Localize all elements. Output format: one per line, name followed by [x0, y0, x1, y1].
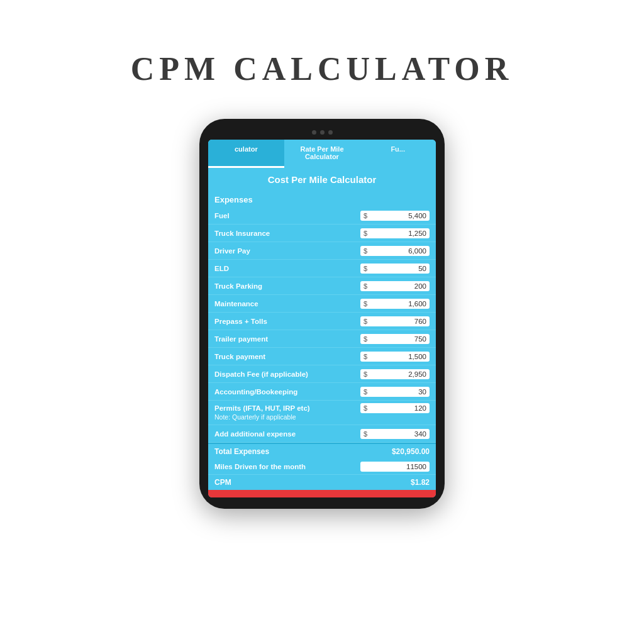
expense-value-additional: 340 [370, 430, 426, 438]
expense-label-accounting: Accounting/Bookeeping [214, 388, 360, 396]
expense-label-fuel: Fuel [214, 212, 360, 219]
expense-label-permits: Permits (IFTA, HUT, IRP etc) [214, 404, 360, 412]
dollar-additional: $ [364, 430, 367, 438]
expense-input-accounting[interactable]: $ 30 [360, 387, 430, 397]
tab-cpm[interactable]: culator [208, 140, 284, 168]
expense-label-dispatch: Dispatch Fee (if applicable) [214, 370, 360, 378]
expense-value-parking: 200 [370, 282, 426, 290]
expense-input-truck-payment[interactable]: $ 1,500 [360, 352, 430, 362]
dollar-prepass: $ [364, 318, 367, 325]
expense-label-trailer-payment: Trailer payment [214, 335, 360, 343]
expense-value-dispatch: 2,950 [370, 370, 426, 378]
expense-input-additional[interactable]: $ 340 [360, 429, 430, 439]
expense-row-eld: ELD $ 50 [208, 260, 436, 277]
expense-value-driver-pay: 6,000 [370, 247, 426, 255]
tablet-screen: culator Rate Per Mile Calculator Fu... C… [208, 140, 436, 497]
tablet-bottom-bar [208, 490, 436, 497]
dollar-permits: $ [364, 404, 367, 412]
expense-label-prepass: Prepass + Tolls [214, 318, 360, 325]
expense-row-insurance: Truck Insurance $ 1,250 [208, 225, 436, 242]
expense-input-driver-pay[interactable]: $ 6,000 [360, 246, 430, 256]
expense-row-maintenance: Maintenance $ 1,600 [208, 295, 436, 313]
miles-label: Miles Driven for the month [214, 463, 360, 470]
expense-label-parking: Truck Parking [214, 282, 360, 290]
expense-value-eld: 50 [370, 265, 426, 272]
expense-input-fuel[interactable]: $ 5,400 [360, 211, 430, 221]
dollar-eld: $ [364, 265, 367, 272]
expense-label-truck-payment: Truck payment [214, 353, 360, 360]
cpm-label: CPM [214, 478, 411, 487]
camera-bar [208, 130, 436, 135]
expense-value-maintenance: 1,600 [370, 300, 426, 308]
expense-label-driver-pay: Driver Pay [214, 247, 360, 255]
expense-row-trailer-payment: Trailer payment $ 750 [208, 330, 436, 348]
expense-value-fuel: 5,400 [370, 212, 426, 219]
dollar-trailer-payment: $ [364, 335, 367, 343]
expense-input-maintenance[interactable]: $ 1,600 [360, 299, 430, 309]
cpm-row: CPM $1.82 [208, 475, 436, 490]
expense-label-insurance: Truck Insurance [214, 230, 360, 237]
camera-dot-2 [320, 130, 325, 135]
miles-row: Miles Driven for the month 11500 [208, 459, 436, 475]
dollar-fuel: $ [364, 212, 367, 219]
dollar-dispatch: $ [364, 370, 367, 378]
tab-rpm[interactable]: Rate Per Mile Calculator [284, 140, 360, 168]
expense-value-trailer-payment: 750 [370, 335, 426, 343]
camera-dot-3 [328, 130, 333, 135]
expense-label-eld: ELD [214, 265, 360, 272]
calc-header: Cost Per Mile Calculator [208, 168, 436, 191]
dollar-maintenance: $ [364, 300, 367, 308]
section-expenses-label: Expenses [208, 191, 436, 207]
expense-row-prepass: Prepass + Tolls $ 760 [208, 313, 436, 330]
expense-value-permits: 120 [370, 404, 426, 412]
tab-fuel[interactable]: Fu... [360, 140, 436, 168]
expense-label-additional: Add additional expense [214, 430, 360, 438]
dollar-accounting: $ [364, 388, 367, 396]
expense-row-permits: Permits (IFTA, HUT, IRP etc) $ 120 Note:… [208, 401, 436, 425]
expense-input-permits[interactable]: $ 120 [360, 403, 430, 413]
camera-dot-1 [312, 130, 316, 135]
expense-input-dispatch[interactable]: $ 2,950 [360, 369, 430, 379]
expense-value-prepass: 760 [370, 318, 426, 325]
tabs-bar: culator Rate Per Mile Calculator Fu... [208, 140, 436, 168]
dollar-insurance: $ [364, 230, 367, 237]
expense-input-eld[interactable]: $ 50 [360, 264, 430, 274]
expense-row-truck-payment: Truck payment $ 1,500 [208, 348, 436, 365]
total-row: Total Expenses $20,950.00 [208, 443, 436, 459]
expense-input-trailer-payment[interactable]: $ 750 [360, 334, 430, 344]
expense-permits-sublabel: Note: Quarterly if applicable [214, 413, 296, 422]
expense-input-parking[interactable]: $ 200 [360, 281, 430, 291]
expense-row-accounting: Accounting/Bookeeping $ 30 [208, 383, 436, 401]
expense-value-truck-payment: 1,500 [370, 353, 426, 360]
page-title: CPM CALCULATOR [131, 50, 513, 87]
dollar-truck-payment: $ [364, 353, 367, 360]
cpm-value: $1.82 [411, 478, 430, 487]
expense-row-dispatch: Dispatch Fee (if applicable) $ 2,950 [208, 365, 436, 383]
expense-input-insurance[interactable]: $ 1,250 [360, 228, 430, 238]
expense-value-accounting: 30 [370, 388, 426, 396]
expense-row-fuel: Fuel $ 5,400 [208, 207, 436, 225]
tablet-frame: culator Rate Per Mile Calculator Fu... C… [199, 119, 445, 509]
expense-row-additional: Add additional expense $ 340 [208, 425, 436, 443]
dollar-driver-pay: $ [364, 247, 367, 255]
expense-row-driver-pay: Driver Pay $ 6,000 [208, 242, 436, 260]
total-label: Total Expenses [214, 447, 392, 456]
total-value: $20,950.00 [392, 447, 430, 456]
dollar-parking: $ [364, 282, 367, 290]
expense-label-maintenance: Maintenance [214, 300, 360, 308]
expense-permits-top: Permits (IFTA, HUT, IRP etc) $ 120 [214, 403, 430, 413]
expense-input-prepass[interactable]: $ 760 [360, 316, 430, 326]
miles-input[interactable]: 11500 [360, 462, 430, 472]
expense-row-parking: Truck Parking $ 200 [208, 277, 436, 295]
expense-value-insurance: 1,250 [370, 230, 426, 237]
